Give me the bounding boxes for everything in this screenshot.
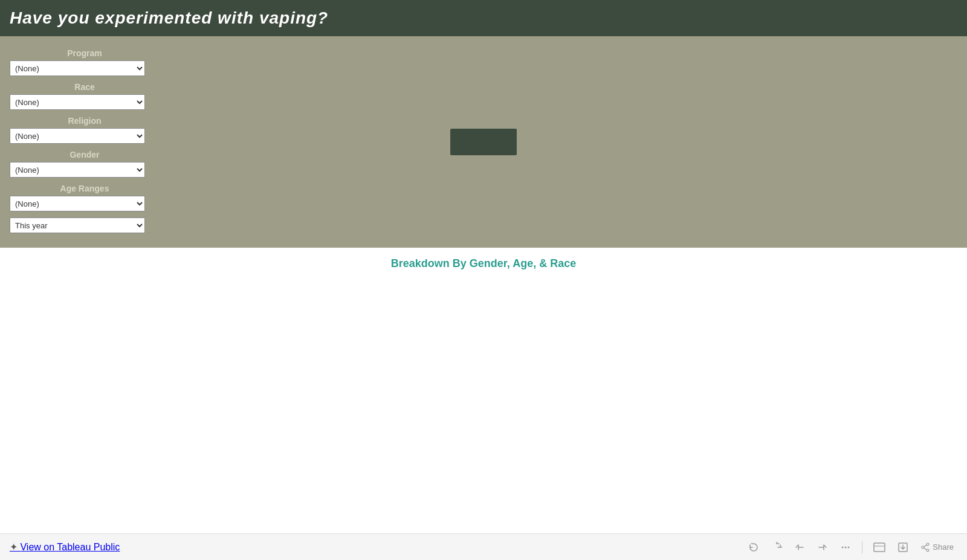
race-select[interactable]: (None) <box>10 94 145 110</box>
tableau-public-link[interactable]: ✦ View on Tableau Public <box>10 541 120 553</box>
svg-point-10 <box>922 546 924 549</box>
loading-placeholder <box>450 129 517 155</box>
svg-line-13 <box>924 548 927 550</box>
redo-button[interactable] <box>768 539 786 555</box>
undo-button[interactable] <box>745 539 763 555</box>
year-select[interactable]: This year <box>10 217 145 233</box>
program-filter-group: Program (None) <box>10 48 160 76</box>
forward-icon <box>817 542 828 553</box>
revert-icon <box>794 542 805 553</box>
more-icon <box>840 542 851 553</box>
share-label: Share <box>933 542 954 552</box>
undo-icon <box>748 542 759 553</box>
program-select[interactable]: (None) <box>10 60 145 76</box>
breakdown-link[interactable]: Breakdown By Gender, Age, & Race <box>0 257 967 270</box>
gender-filter-group: Gender (None) <box>10 150 160 178</box>
svg-point-9 <box>927 543 929 546</box>
religion-select[interactable]: (None) <box>10 128 145 144</box>
year-filter-group: This year <box>10 217 160 233</box>
toolbar-separator <box>862 541 862 553</box>
page-title: Have you experimented with vaping? <box>10 8 957 28</box>
page-header: Have you experimented with vaping? <box>0 0 967 36</box>
toolbar-right: Share <box>745 539 957 555</box>
program-label: Program <box>10 48 160 58</box>
age-ranges-label: Age Ranges <box>10 184 160 193</box>
svg-line-12 <box>924 545 927 547</box>
svg-point-2 <box>842 546 844 548</box>
download-icon <box>897 542 908 553</box>
religion-filter-group: Religion (None) <box>10 116 160 144</box>
age-ranges-filter-group: Age Ranges (None) <box>10 184 160 211</box>
svg-point-11 <box>927 549 929 552</box>
share-icon <box>920 542 930 552</box>
svg-point-3 <box>845 546 847 548</box>
tableau-icon: ✦ <box>10 542 18 552</box>
view-toggle-button[interactable] <box>870 539 889 555</box>
more-button[interactable] <box>836 539 855 555</box>
share-button[interactable]: Share <box>917 540 957 555</box>
bottom-toolbar: ✦ View on Tableau Public <box>0 533 967 560</box>
svg-point-4 <box>848 546 850 548</box>
download-button[interactable] <box>894 539 912 555</box>
redo-icon <box>771 542 782 553</box>
dashboard-area: Program (None) Race (None) Religion (Non… <box>0 36 967 248</box>
view-icon <box>873 542 885 553</box>
gender-label: Gender <box>10 150 160 159</box>
race-label: Race <box>10 82 160 92</box>
revert-button[interactable] <box>791 539 809 555</box>
race-filter-group: Race (None) <box>10 82 160 110</box>
tableau-label: View on Tableau Public <box>20 542 120 552</box>
gender-select[interactable]: (None) <box>10 162 145 178</box>
forward-button[interactable] <box>813 539 832 555</box>
filters-panel: Program (None) Race (None) Religion (Non… <box>10 48 160 239</box>
religion-label: Religion <box>10 116 160 126</box>
svg-rect-5 <box>874 543 885 552</box>
age-ranges-select[interactable]: (None) <box>10 196 145 211</box>
